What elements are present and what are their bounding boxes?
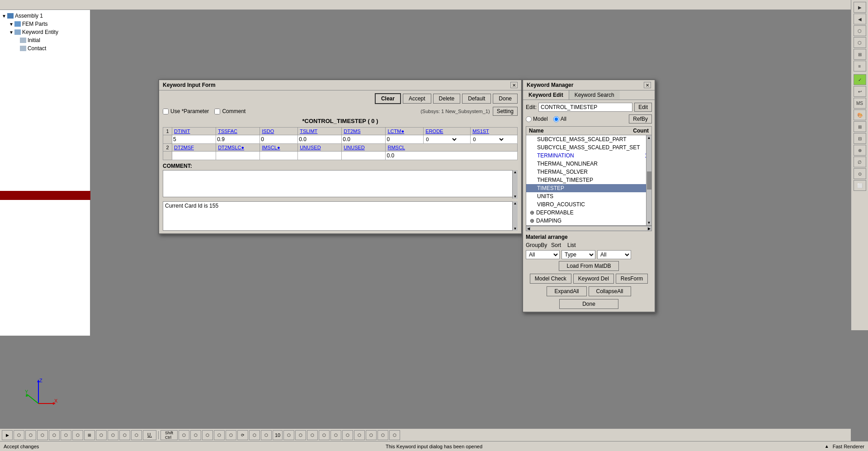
delete-button[interactable]: Delete [433, 94, 461, 104]
col-lctm[interactable]: LCTM● [386, 128, 424, 135]
toolbar-btn-14[interactable]: ∅ [854, 157, 866, 167]
status-scrollbar-up[interactable]: ▲ [514, 201, 517, 205]
list-item-subcycle-mass-set[interactable]: SUBCYCLE_MASS_SCALED_PART_SET [526, 143, 651, 152]
cell-isdo[interactable] [260, 135, 298, 144]
toolbar-btn-2[interactable]: ◀ [854, 14, 866, 24]
col-ms1st[interactable]: MS1ST [471, 128, 518, 135]
col-unused2[interactable]: UNUSED [342, 144, 386, 152]
bottom-btn-18[interactable]: ⟳ [237, 430, 248, 440]
cell-dt2ms[interactable] [342, 135, 386, 144]
km-list-scrollbar[interactable]: ▲ ▼ [646, 135, 651, 225]
toolbar-btn-7[interactable]: ✓ [854, 74, 866, 85]
cell-tslimt[interactable] [298, 135, 342, 144]
bottom-btn-2[interactable]: ⬡ [14, 430, 24, 440]
expand-all-button[interactable]: ExpandAll [547, 286, 586, 296]
cell-dt2msf[interactable] [172, 152, 216, 160]
default-button[interactable]: Default [462, 94, 491, 104]
radio-model-label[interactable]: Model [526, 116, 548, 122]
list-item-termination[interactable]: TERMINATION1 [526, 152, 651, 160]
toolbar-btn-16[interactable]: ⬜ [854, 180, 866, 191]
bottom-btn-10[interactable]: ⬡ [108, 430, 118, 440]
toolbar-btn-15[interactable]: ⊙ [854, 168, 866, 179]
toolbar-btn-11[interactable]: ⊞ [854, 121, 866, 132]
bottom-btn-24[interactable]: ⬡ [319, 430, 330, 440]
list-scroll-up[interactable]: ▲ [647, 135, 651, 140]
bottom-btn-26[interactable]: ⬡ [342, 430, 353, 440]
toolbar-btn-10[interactable]: 🎨 [854, 109, 866, 120]
comment-scrollbar-up[interactable]: ▲ [514, 170, 517, 174]
col-dt2msf[interactable]: DT2MSF [172, 144, 216, 152]
refby-button[interactable]: RefBy [629, 114, 652, 123]
toolbar-btn-6[interactable]: ≡ [854, 61, 866, 71]
radio-all[interactable] [553, 116, 559, 122]
list-item-thermal-nonlinear[interactable]: THERMAL_NONLINEAR [526, 160, 651, 168]
radio-model[interactable] [526, 116, 532, 122]
km-done-button[interactable]: Done [559, 299, 618, 309]
tree-item-keyword-entity[interactable]: ▼ Keyword Entity [2, 28, 88, 36]
bottom-btn-13[interactable]: ⬡ [179, 430, 189, 440]
bottom-btn-16[interactable]: ⬡ [214, 430, 225, 440]
list-item-timestep[interactable]: TIMESTEP [526, 184, 651, 192]
bottom-btn-4[interactable]: ⬡ [37, 430, 48, 440]
sort-select[interactable]: Type [561, 250, 595, 259]
comment-scrollbar-down[interactable]: ▼ [514, 195, 517, 199]
list-item-thermal-solver[interactable]: THERMAL_SOLVER [526, 168, 651, 176]
bottom-btn-6[interactable]: ⬡ [61, 430, 71, 440]
tree-item-initial[interactable]: ▼ Initial [2, 36, 88, 44]
hscroll-left[interactable]: ◀ [526, 227, 531, 231]
toolbar-btn-8[interactable]: ↩ [854, 86, 866, 97]
bottom-btn-shift[interactable]: ShiftCtrl [160, 430, 178, 440]
bottom-btn-underline[interactable]: U. [143, 430, 156, 440]
keyword-dialog-close[interactable]: ✕ [510, 82, 518, 88]
bottom-btn-25[interactable]: ⬡ [330, 430, 341, 440]
cell-tssfac[interactable] [216, 135, 260, 144]
bottom-btn-5[interactable]: ⬡ [49, 430, 60, 440]
col-rmscl[interactable]: RMSCL [386, 144, 518, 152]
cell-rmscl[interactable] [386, 152, 518, 160]
tree-item-contact[interactable]: ▼ Contact [2, 44, 88, 52]
cell-ms1st[interactable]: 01 [471, 135, 518, 144]
keyword-del-button[interactable]: Keyword Del [573, 274, 614, 284]
cell-dtinit[interactable] [172, 135, 216, 144]
bottom-btn-9[interactable]: ⬡ [96, 430, 107, 440]
cell-imscl[interactable] [260, 152, 298, 160]
bottom-btn-20[interactable]: ⬡ [261, 430, 272, 440]
col-dt2ms[interactable]: DT2MS [342, 128, 386, 135]
status-scrollbar-down[interactable]: ▼ [514, 227, 517, 231]
cell-unused1[interactable] [298, 152, 342, 160]
bottom-btn-29[interactable]: ⬡ [377, 430, 388, 440]
toolbar-btn-1[interactable]: ▶ [854, 2, 866, 13]
bottom-btn-15[interactable]: ⬡ [202, 430, 213, 440]
col-dt2mslc[interactable]: DT2MSLC● [216, 144, 260, 152]
groupby-select[interactable]: All [526, 250, 560, 259]
toolbar-btn-13[interactable]: ⊕ [854, 145, 866, 156]
bottom-btn-8[interactable]: ⊞ [84, 430, 95, 440]
cell-lctm[interactable] [386, 135, 424, 144]
model-check-button[interactable]: Model Check [530, 274, 571, 284]
resform-button[interactable]: ResForm [616, 274, 648, 284]
cell-unused2[interactable] [342, 152, 386, 160]
bottom-btn-14[interactable]: ⬡ [190, 430, 201, 440]
col-imscl[interactable]: IMSCL● [260, 144, 298, 152]
clear-button[interactable]: Clear [375, 93, 401, 104]
use-parameter-checkbox-label[interactable]: Use *Parameter [163, 108, 209, 114]
tab-keyword-search[interactable]: Keyword Search [569, 90, 620, 100]
bottom-btn-19[interactable]: ⬡ [249, 430, 260, 440]
hscroll-right[interactable]: ▶ [647, 227, 651, 231]
setting-button[interactable]: Setting [493, 107, 518, 116]
km-edit-input[interactable] [538, 103, 632, 112]
col-isdo[interactable]: ISDO [260, 128, 298, 135]
bottom-btn-11[interactable]: ⬡ [119, 430, 130, 440]
toolbar-btn-3[interactable]: ⬡ [854, 25, 866, 36]
km-edit-button[interactable]: Edit [634, 103, 652, 112]
toolbar-btn-9[interactable]: MS [854, 98, 866, 109]
bottom-btn-22[interactable]: ⬡ [295, 430, 306, 440]
list-item-units[interactable]: UNITS [526, 192, 651, 200]
bottom-btn-12[interactable]: ⬡ [131, 430, 142, 440]
bottom-btn-17[interactable]: ⬡ [226, 430, 236, 440]
km-close-btn[interactable]: ✕ [644, 82, 651, 88]
load-from-matdb-button[interactable]: Load From MatDB [559, 261, 618, 271]
accept-button[interactable]: Accept [403, 94, 431, 104]
col-dtinit[interactable]: DTINIT [172, 128, 216, 135]
list-item-thermal-timestep[interactable]: THERMAL_TIMESTEP [526, 176, 651, 184]
